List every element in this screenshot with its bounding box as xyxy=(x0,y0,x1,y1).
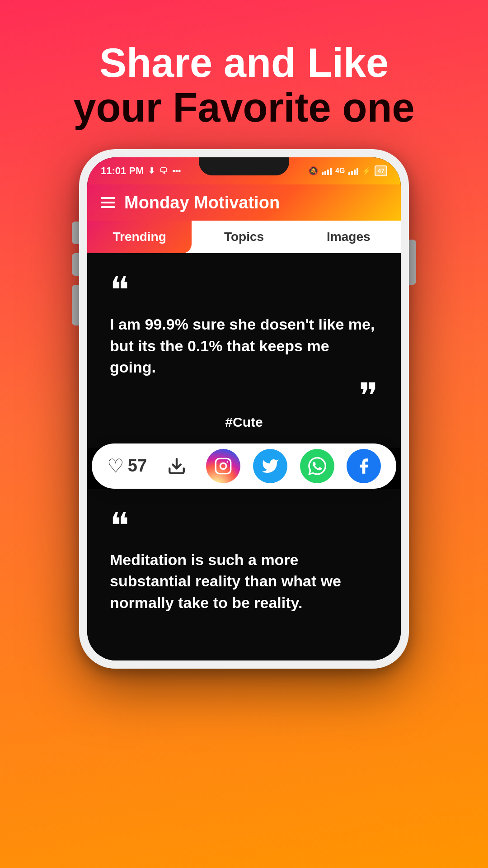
app-header: Monday Motivation xyxy=(87,184,401,221)
tabs-bar: Trending Topics Images xyxy=(87,221,401,253)
hero-line1: Share and Like xyxy=(0,41,488,85)
mute-icon: 🔕 xyxy=(308,166,318,176)
hero-line2: your Favorite one xyxy=(0,85,488,130)
status-bar: 11:01 PM ⬇ 🗨 ••• 🔕 4G xyxy=(87,157,401,184)
heart-icon: ♡ xyxy=(107,455,124,477)
battery-level: 47 xyxy=(375,165,387,176)
phone-mockup: 11:01 PM ⬇ 🗨 ••• 🔕 4G xyxy=(79,149,409,669)
volume-buttons xyxy=(72,222,79,335)
quote-text-1: I am 99.9% sure she dosen't like me, but… xyxy=(110,314,378,378)
tab-topics[interactable]: Topics xyxy=(192,221,296,253)
download-status-icon: ⬇ xyxy=(148,166,155,176)
network-type: 4G xyxy=(335,167,345,175)
power-button xyxy=(409,240,416,285)
open-quote-mark-2: ❝ xyxy=(110,511,378,540)
more-status-icon: ••• xyxy=(172,166,181,176)
tab-images[interactable]: Images xyxy=(296,221,401,253)
like-group[interactable]: ♡ 57 xyxy=(107,455,147,477)
whatsapp-share-button[interactable] xyxy=(300,449,334,483)
open-quote-mark: ❝ xyxy=(110,276,378,305)
message-status-icon: 🗨 xyxy=(160,166,168,176)
svg-point-2 xyxy=(221,463,226,469)
phone-screen: 11:01 PM ⬇ 🗨 ••• 🔕 4G xyxy=(87,157,401,660)
charging-icon: ⚡ xyxy=(362,167,371,175)
close-quote-mark: ❞ xyxy=(110,387,378,406)
instagram-share-button[interactable] xyxy=(206,449,240,483)
hero-section: Share and Like your Favorite one xyxy=(0,0,488,157)
quote-text-2: Meditation is such a more substantial re… xyxy=(110,549,378,614)
notch xyxy=(199,157,289,175)
download-button[interactable] xyxy=(160,449,194,483)
like-count: 57 xyxy=(128,456,147,476)
status-icons-right: 🔕 4G ⚡ 47 xyxy=(308,165,387,176)
svg-rect-1 xyxy=(216,458,231,473)
quote-tag-1: #Cute xyxy=(110,415,378,430)
hamburger-menu-button[interactable] xyxy=(101,197,115,208)
facebook-share-button[interactable] xyxy=(347,449,381,483)
svg-point-3 xyxy=(227,461,228,462)
phone-frame: 11:01 PM ⬇ 🗨 ••• 🔕 4G xyxy=(79,149,409,669)
status-time: 11:01 PM ⬇ 🗨 ••• xyxy=(101,165,181,177)
signal-strength-2 xyxy=(348,167,358,175)
action-bar: ♡ 57 xyxy=(92,443,396,489)
app-title: Monday Motivation xyxy=(124,193,280,212)
quote-card-2: ❝ Meditation is such a more substantial … xyxy=(87,489,401,660)
twitter-share-button[interactable] xyxy=(253,449,287,483)
signal-strength xyxy=(322,167,332,175)
tab-trending[interactable]: Trending xyxy=(87,221,192,253)
quote-card-1: ❝ I am 99.9% sure she dosen't like me, b… xyxy=(87,253,401,448)
